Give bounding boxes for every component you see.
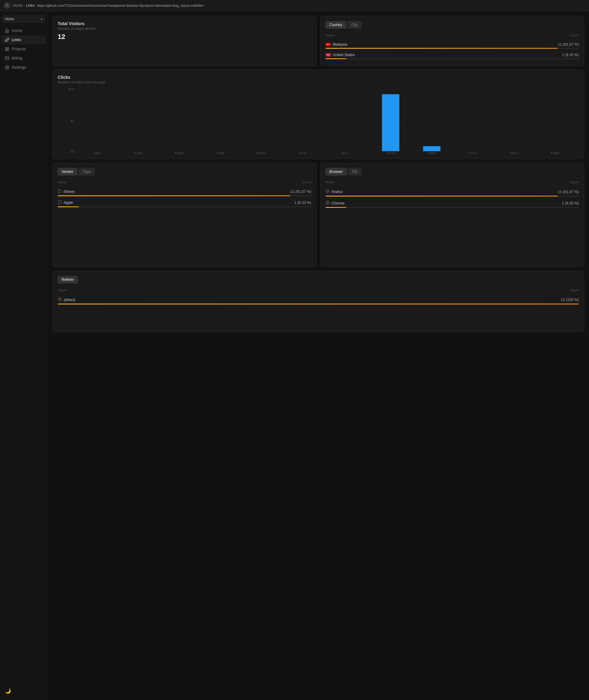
vendor-name-header: Name bbox=[58, 180, 66, 184]
gear-icon bbox=[5, 65, 9, 70]
sidebar-item-home[interactable]: Home bbox=[1, 26, 46, 35]
theme-toggle-button[interactable]: 🌙 bbox=[4, 687, 12, 695]
geo-card: Country City Name Count MY Malaysia 11 (… bbox=[320, 16, 584, 66]
tab-referer[interactable]: Referer bbox=[58, 276, 78, 283]
device-icon bbox=[58, 200, 62, 205]
project-select-wrapper: None bbox=[0, 13, 47, 25]
svg-text:Mar: Mar bbox=[175, 151, 184, 154]
list-item: (None) 11 (91.67 %) bbox=[58, 187, 312, 198]
vendor-count-header: Count bbox=[302, 180, 311, 184]
geo-item-1-progress-fill bbox=[326, 58, 347, 59]
flag-us-icon: US bbox=[326, 53, 331, 57]
globe-icon bbox=[58, 297, 62, 302]
device-icon bbox=[58, 189, 62, 194]
vendor-item-0-progress-fill bbox=[58, 195, 290, 196]
svg-text:Sep: Sep bbox=[427, 151, 436, 154]
referer-item-0-progress-fill bbox=[58, 304, 579, 305]
topbar: Home › Links https://github.com/TZGyn/sh… bbox=[0, 0, 589, 11]
geo-count-header: Count bbox=[570, 33, 579, 37]
clicks-chart-card: Clicks Number of visit(s) over this year… bbox=[52, 70, 584, 159]
referer-item-0-name: (direct) bbox=[64, 298, 75, 302]
breadcrumb-home[interactable]: Home bbox=[13, 3, 23, 8]
svg-text:12: 12 bbox=[67, 87, 74, 91]
flag-my-icon: MY bbox=[326, 43, 331, 46]
breadcrumb: Home › Links bbox=[13, 3, 35, 8]
svg-text:May: May bbox=[256, 151, 266, 154]
list-item: Firefox 11 (91.67 %) bbox=[326, 187, 579, 198]
geo-name-header: Name bbox=[326, 33, 334, 37]
vendor-card: Vendor Type Name Count bbox=[52, 163, 317, 267]
referer-item-0-progress-bg bbox=[58, 304, 579, 305]
list-item: MY Malaysia 11 (91.67 %) bbox=[326, 40, 579, 50]
tab-browser[interactable]: Browser bbox=[326, 168, 347, 176]
link-icon bbox=[5, 38, 9, 42]
referer-card: Referer Name Count (direct) bbox=[52, 271, 584, 332]
tab-city[interactable]: City bbox=[348, 21, 362, 28]
browser-card: Browser OS Name Count bbox=[320, 163, 584, 267]
svg-text:6: 6 bbox=[70, 119, 74, 123]
geo-item-0-progress-bg bbox=[326, 48, 579, 49]
geo-item-1-count: 1 (8.33 %) bbox=[562, 53, 579, 57]
referer-tab-group: Referer bbox=[58, 276, 579, 283]
svg-rect-3 bbox=[6, 49, 7, 51]
sidebar-item-projects[interactable]: Projects bbox=[1, 44, 46, 53]
sidebar-item-settings[interactable]: Settings bbox=[1, 63, 46, 72]
svg-rect-5 bbox=[5, 57, 9, 59]
tab-vendor[interactable]: Vendor bbox=[58, 168, 77, 176]
browser-item-0-name: Firefox bbox=[332, 190, 343, 194]
browser-item-1-progress-bg bbox=[326, 207, 579, 208]
geo-item-0-progress-fill bbox=[326, 48, 558, 49]
list-item: (direct) 12 (100 %) bbox=[58, 295, 579, 306]
vendor-item-1-progress-bg bbox=[58, 206, 312, 207]
globe-icon bbox=[326, 189, 330, 195]
tab-os[interactable]: OS bbox=[348, 168, 361, 176]
svg-text:0: 0 bbox=[70, 149, 74, 153]
bar-sep bbox=[423, 146, 440, 151]
sidebar-label-settings: Settings bbox=[12, 65, 26, 70]
browser-item-1-count: 1 (8.33 %) bbox=[562, 201, 579, 206]
geo-item-1-name: United States bbox=[333, 53, 355, 57]
browser-item-1-progress-fill bbox=[326, 207, 347, 208]
browser-item-0-progress-fill bbox=[326, 196, 558, 197]
clicks-chart-svg: 12 6 0 bbox=[58, 86, 579, 154]
svg-text:Jun: Jun bbox=[299, 151, 307, 154]
browser-item-0-progress-bg bbox=[326, 196, 579, 197]
vendor-item-1-name: Apple bbox=[63, 201, 73, 205]
svg-point-0 bbox=[6, 4, 8, 6]
referer-count-header: Count bbox=[570, 288, 579, 292]
sidebar-item-links[interactable]: Links bbox=[1, 35, 46, 44]
sidebar: None Home Links Projects bbox=[0, 11, 47, 700]
svg-rect-4 bbox=[7, 49, 9, 51]
total-visitors-value: 12 bbox=[58, 33, 312, 41]
sidebar-nav: Home Links Projects Billing bbox=[0, 26, 47, 72]
sidebar-label-home: Home bbox=[12, 28, 22, 33]
clicks-title: Clicks bbox=[58, 75, 579, 80]
sidebar-label-billing: Billing bbox=[12, 56, 22, 60]
project-select[interactable]: None bbox=[2, 15, 45, 23]
browser-item-0-count: 11 (91.67 %) bbox=[558, 190, 579, 194]
browser-item-1-name: Chrome bbox=[332, 201, 345, 206]
globe-icon bbox=[326, 201, 330, 206]
svg-text:Dec: Dec bbox=[551, 151, 560, 154]
tab-country[interactable]: Country bbox=[326, 21, 346, 28]
sidebar-item-billing[interactable]: Billing bbox=[1, 54, 46, 62]
total-visitors-card: Total Visitors Number of visit(s) all ti… bbox=[52, 16, 317, 66]
svg-text:Feb: Feb bbox=[134, 151, 143, 154]
sidebar-label-links: Links bbox=[12, 37, 21, 42]
svg-rect-1 bbox=[6, 47, 7, 48]
tab-type[interactable]: Type bbox=[78, 168, 94, 176]
page-url: https://github.com/TZGyn/shortener/issue… bbox=[37, 4, 585, 7]
browser-count-header: Count bbox=[570, 180, 579, 184]
list-item: Chrome 1 (8.33 %) bbox=[326, 198, 579, 210]
browser-list-header: Name Count bbox=[326, 179, 579, 186]
geo-list-header: Name Count bbox=[326, 32, 579, 39]
geo-tab-group: Country City bbox=[326, 21, 579, 28]
main-content: Total Visitors Number of visit(s) all ti… bbox=[47, 11, 589, 700]
svg-rect-2 bbox=[7, 47, 9, 48]
vendor-list-header: Name Count bbox=[58, 179, 312, 186]
user-avatar bbox=[4, 2, 10, 9]
clicks-sub: Number of visit(s) over this year bbox=[58, 80, 579, 84]
vendor-item-0-progress-bg bbox=[58, 195, 312, 196]
top-row: Total Visitors Number of visit(s) all ti… bbox=[52, 16, 584, 66]
mid-row: Vendor Type Name Count bbox=[52, 163, 584, 267]
